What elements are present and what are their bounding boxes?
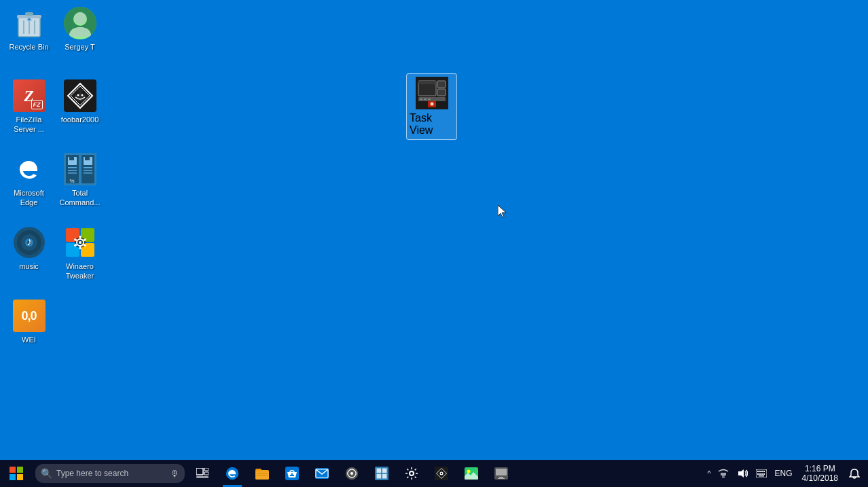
svg-rect-108 [757,473,759,475]
taskbar-app7-button[interactable] [367,460,397,487]
winaero-label: Winaero Tweaker [57,261,103,281]
desktop-icon-filezilla[interactable]: Z FZ FileZilla Server ... [3,77,54,137]
taskbar-mail-button[interactable] [307,460,337,487]
filezilla-icon: Z FZ [13,79,46,112]
edge-icon [13,153,46,185]
svg-rect-98 [499,477,503,478]
svg-rect-85 [377,469,382,473]
microphone-icon: 🎙 [170,469,179,479]
search-placeholder: Type here to search [56,469,170,478]
desktop-icon-foobar[interactable]: foobar2000 [54,77,105,127]
task-view-label: Task View [410,112,454,137]
svg-point-57 [79,241,82,244]
total-commander-label: Total Command... [57,188,103,208]
svg-rect-61 [79,247,81,249]
svg-rect-111 [763,473,765,475]
taskbar-task-view-button[interactable] [187,460,217,487]
wei-icon: 0,0 [13,300,46,332]
tray-expand-button[interactable]: ^ [704,460,713,487]
svg-rect-38 [68,173,77,174]
svg-text:%: % [69,178,74,184]
keyboard-tray-icon[interactable] [752,460,771,487]
svg-point-95 [467,470,471,473]
taskbar-app6-button[interactable] [337,460,367,487]
system-tray: ^ [702,460,868,487]
taskbar-foobar-button[interactable] [427,460,456,487]
foobar-icon [64,79,96,112]
svg-rect-101 [721,473,726,475]
svg-point-83 [350,472,353,475]
svg-rect-86 [382,469,387,473]
svg-rect-21 [418,81,436,84]
svg-point-18 [81,94,83,96]
svg-rect-70 [204,472,209,475]
svg-rect-110 [761,473,763,475]
svg-rect-35 [69,157,74,160]
volume-tray-icon[interactable] [733,460,752,487]
svg-rect-65 [17,467,23,473]
search-box[interactable]: 🔍 Type here to search 🎙 [35,464,185,483]
desktop-icon-edge[interactable]: Microsoft Edge [3,150,54,211]
svg-rect-68 [196,468,203,475]
clock-button[interactable]: 1:16 PM 4/10/2018 [797,460,844,487]
svg-rect-58 [79,236,81,238]
svg-rect-69 [204,468,209,471]
svg-point-9 [74,12,86,24]
desktop-icon-wei[interactable]: 0,0 WEI [3,297,54,347]
svg-rect-109 [759,473,761,475]
desktop-icon-total-commander[interactable]: % Total Command... [54,150,105,211]
desktop-icon-winaero[interactable]: Winaero Tweaker [54,223,105,284]
clock-date: 4/10/2018 [802,473,838,483]
taskbar-app-last-button[interactable] [486,460,516,487]
svg-rect-36 [68,167,77,168]
start-button[interactable] [0,460,33,487]
language-tray-button[interactable]: ENG [771,460,797,487]
notification-button[interactable] [844,460,865,487]
search-icon: 🔍 [41,468,52,479]
winaero-icon [64,226,96,259]
desktop: Recycle Bin Sergey T Z FZ [0,0,868,463]
svg-rect-23 [437,89,446,96]
svg-rect-104 [757,471,759,472]
sergey-t-label: Sergey T [65,42,94,52]
svg-point-29 [430,103,433,106]
svg-rect-25 [420,98,422,100]
taskbar-edge-button[interactable] [217,460,247,487]
svg-rect-64 [10,467,16,473]
music-icon: ♪ [13,226,46,259]
taskbar: 🔍 Type here to search 🎙 [0,460,868,487]
desktop-icon-music[interactable]: ♪ music [3,223,54,274]
total-commander-icon: % [64,153,96,185]
svg-rect-67 [17,474,23,480]
task-view-icon [416,77,448,112]
desktop-icon-task-view[interactable]: Task View [406,73,457,140]
svg-rect-71 [196,476,209,478]
svg-rect-66 [10,474,16,480]
taskbar-store-button[interactable] [277,460,307,487]
wei-label: WEI [22,335,36,344]
cursor [498,205,506,217]
desktop-icon-recycle-bin[interactable]: Recycle Bin [3,4,54,54]
taskbar-explorer-button[interactable] [247,460,277,487]
svg-rect-99 [498,478,505,479]
recycle-bin-label: Recycle Bin [9,42,48,52]
svg-rect-87 [377,474,382,479]
svg-point-17 [77,94,79,96]
svg-rect-107 [763,471,765,472]
svg-rect-79 [290,475,294,476]
desktop-icon-sergey-t[interactable]: Sergey T [54,4,105,54]
taskbar-pictures-button[interactable] [456,460,486,487]
svg-rect-76 [257,475,268,476]
svg-rect-97 [496,469,507,475]
svg-rect-43 [84,173,92,174]
network-tray-icon[interactable] [714,460,733,487]
foobar-label: foobar2000 [61,115,99,124]
svg-rect-75 [257,473,268,474]
svg-rect-27 [428,98,431,100]
clock-time: 1:16 PM [805,464,835,473]
svg-rect-112 [759,475,764,477]
taskbar-settings-button[interactable] [397,460,427,487]
svg-rect-22 [437,81,446,88]
svg-rect-106 [761,471,763,472]
svg-point-89 [410,471,414,475]
